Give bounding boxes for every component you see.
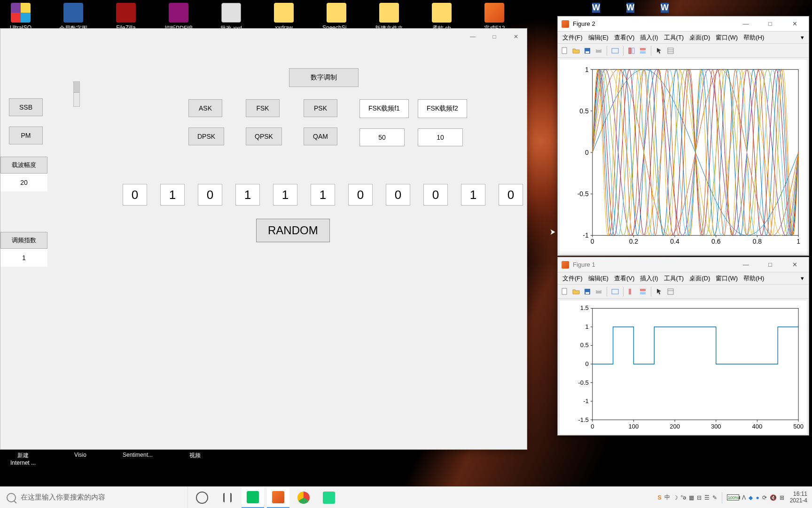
bit-box[interactable]: 1 <box>311 184 335 206</box>
battery-icon[interactable]: 100% <box>727 494 739 500</box>
menu-tools[interactable]: 工具(T) <box>662 273 686 284</box>
pointer-icon[interactable] <box>654 46 664 56</box>
desktop-icon-word[interactable]: W <box>661 3 669 13</box>
tray-icon[interactable]: ▦ <box>689 494 694 501</box>
bit-box[interactable]: 1 <box>461 184 485 206</box>
menu-edit[interactable]: 编辑(E) <box>586 32 610 43</box>
matlab-taskbar-icon[interactable] <box>267 487 289 508</box>
new-icon[interactable] <box>560 286 570 297</box>
menu-help[interactable]: 帮助(H) <box>742 32 766 43</box>
bit-box[interactable]: 0 <box>198 184 222 206</box>
wechat-taskbar-icon[interactable] <box>242 487 264 508</box>
bit-box[interactable]: 0 <box>348 184 373 206</box>
menu-window[interactable]: 窗口(W) <box>714 32 740 43</box>
print-icon[interactable] <box>593 46 604 56</box>
props-icon[interactable] <box>665 46 676 56</box>
pointer-icon[interactable] <box>654 286 664 297</box>
psk-button[interactable]: PSK <box>304 99 337 117</box>
digital-modulation-button[interactable]: 数字调制 <box>289 68 359 87</box>
dock1-icon[interactable] <box>626 286 637 297</box>
desktop-icon-word[interactable]: W <box>592 3 600 13</box>
tray-icon[interactable]: ● <box>756 494 759 501</box>
minimize-button[interactable]: — <box>735 20 756 27</box>
menu-insert[interactable]: 插入(I) <box>638 273 660 284</box>
ask-button[interactable]: ASK <box>188 99 222 117</box>
close-button[interactable]: ✕ <box>505 29 527 45</box>
print-icon[interactable] <box>593 286 604 297</box>
bit-box[interactable]: 0 <box>123 184 147 206</box>
bit-box[interactable]: 0 <box>423 184 448 206</box>
figure-2-axes[interactable]: 00.20.40.60.81-1-0.500.51 <box>560 60 807 254</box>
menu-file[interactable]: 文件(F) <box>561 32 585 43</box>
bit-box[interactable]: 1 <box>273 184 297 206</box>
menu-desktop[interactable]: 桌面(D) <box>687 273 712 284</box>
qpsk-button[interactable]: QPSK <box>246 127 282 145</box>
chrome-taskbar-icon[interactable] <box>292 487 315 508</box>
tray-icon[interactable]: ☽ <box>673 494 678 501</box>
open-icon[interactable] <box>571 286 581 297</box>
dock2-icon[interactable] <box>638 46 648 56</box>
open-icon[interactable] <box>571 46 581 56</box>
qam-button[interactable]: QAM <box>304 127 337 145</box>
dock2-icon[interactable] <box>638 286 648 297</box>
taskbar-clock[interactable]: 16:11 2021-4 <box>790 491 807 503</box>
save-icon[interactable] <box>582 286 593 297</box>
cortana-icon[interactable] <box>216 487 239 508</box>
maximize-button[interactable]: □ <box>760 20 781 27</box>
menu-window[interactable]: 窗口(W) <box>714 273 740 284</box>
tray-icon[interactable]: ⊞ <box>780 494 784 501</box>
figure-1-axes[interactable]: 0100200300400500-1.5-1-0.500.511.5 <box>560 301 807 434</box>
minimize-button[interactable]: — <box>462 29 484 45</box>
new-icon[interactable] <box>560 46 570 56</box>
fsk-f1-input[interactable]: FSK载频f1 <box>359 99 409 118</box>
tray-icon[interactable]: ⊟ <box>697 494 702 501</box>
desktop-icon[interactable]: 新建 Internet ... <box>7 452 39 466</box>
dock1-icon[interactable] <box>626 46 637 56</box>
ssb-button[interactable]: SSB <box>9 98 43 116</box>
desktop-icon[interactable]: 视频 <box>179 452 211 466</box>
volume-icon[interactable]: 🔇 <box>770 494 777 501</box>
pycharm-taskbar-icon[interactable] <box>318 487 340 508</box>
desktop-icon[interactable]: Sentiment... <box>121 452 154 466</box>
minimize-button[interactable]: — <box>735 261 756 268</box>
maximize-button[interactable]: □ <box>760 261 781 268</box>
bit-box[interactable]: 0 <box>499 184 523 206</box>
taskbar-search[interactable]: 在这里输入你要搜索的内容 <box>0 487 188 508</box>
menu-desktop[interactable]: 桌面(D) <box>687 32 712 43</box>
tray-expand-icon[interactable]: ᐱ <box>742 494 746 501</box>
tray-icon[interactable]: 中 <box>664 493 670 501</box>
menu-view[interactable]: 查看(V) <box>612 273 636 284</box>
link-icon[interactable] <box>610 46 620 56</box>
pm-button[interactable]: PM <box>9 127 43 144</box>
menu-file[interactable]: 文件(F) <box>561 273 585 284</box>
desktop-icon[interactable]: Visio <box>64 452 97 466</box>
carrier-amplitude-value[interactable]: 20 <box>0 174 47 191</box>
fm-index-value[interactable]: 1 <box>0 249 47 267</box>
bit-box[interactable]: 1 <box>160 184 185 206</box>
bit-box[interactable]: 1 <box>235 184 260 206</box>
maximize-button[interactable]: □ <box>484 29 505 45</box>
tray-icon[interactable]: S <box>658 494 662 501</box>
random-button[interactable]: RANDOM <box>256 219 330 242</box>
tray-icon[interactable]: ✎ <box>712 494 717 501</box>
tray-icon[interactable]: ◆ <box>749 494 753 501</box>
menu-tools[interactable]: 工具(T) <box>662 32 686 43</box>
menu-help[interactable]: 帮助(H) <box>742 273 766 284</box>
tray-icon[interactable]: ⟳ <box>762 494 767 501</box>
bit-box[interactable]: 0 <box>386 184 410 206</box>
desktop-icon-word[interactable]: W <box>626 3 634 13</box>
tray-icon[interactable]: ☰ <box>704 494 710 501</box>
link-icon[interactable] <box>610 286 620 297</box>
menu-view[interactable]: 查看(V) <box>612 32 636 43</box>
taskview-icon[interactable] <box>191 487 213 508</box>
fsk-button[interactable]: FSK <box>246 99 280 117</box>
carrier-f2-value[interactable]: 10 <box>418 128 463 146</box>
menu-insert[interactable]: 插入(I) <box>638 32 660 43</box>
props-icon[interactable] <box>665 286 676 297</box>
figure-2-titlebar[interactable]: Figure 2 — □ ✕ <box>558 16 809 32</box>
close-button[interactable]: ✕ <box>784 261 805 268</box>
figure-1-titlebar[interactable]: Figure 1 — □ ✕ <box>558 257 809 272</box>
fsk-f2-input[interactable]: FSK载频f2 <box>418 99 467 118</box>
dpsk-button[interactable]: DPSK <box>188 127 224 145</box>
menu-edit[interactable]: 编辑(E) <box>586 273 610 284</box>
